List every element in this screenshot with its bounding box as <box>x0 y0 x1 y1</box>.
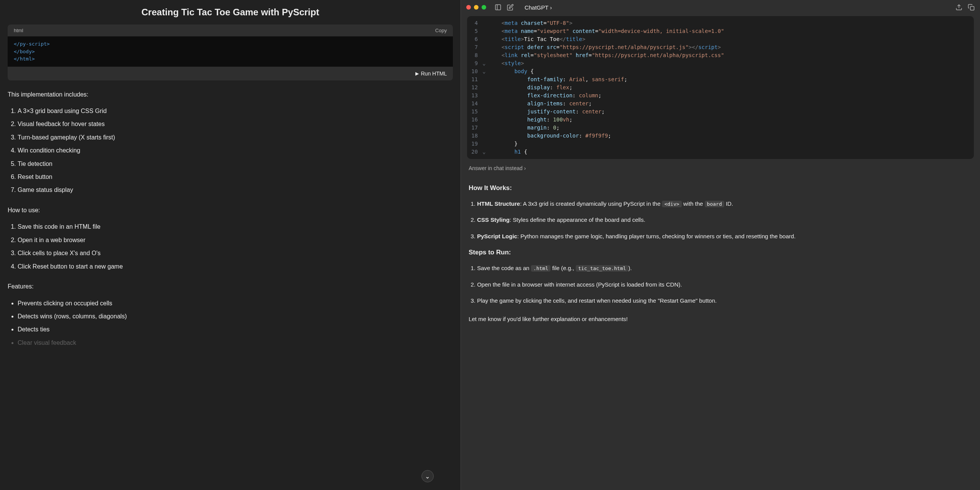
code-lang-label: html <box>14 28 23 33</box>
close-window-button[interactable] <box>466 5 471 10</box>
code-content[interactable]: <title>Tic Tac Toe</title> <box>488 35 974 43</box>
code-block-container: html Copy </py-script> </body> </html> ▶… <box>8 25 453 80</box>
editor-line[interactable]: 15 justify-content: center; <box>467 108 974 116</box>
list-item: Click Reset button to start a new game <box>18 261 453 272</box>
page-title: Creating Tic Tac Toe Game with PyScript <box>8 0 453 25</box>
how-it-works-heading: How It Works: <box>469 183 972 194</box>
editor-line[interactable]: 13 flex-direction: column; <box>467 92 974 100</box>
list-item: Turn-based gameplay (X starts first) <box>18 132 453 143</box>
line-number: 20 <box>467 148 482 156</box>
list-item: CSS Styling: Styles define the appearanc… <box>477 215 972 226</box>
chevron-down-icon: ⌄ <box>425 473 430 480</box>
editor-line[interactable]: 19 } <box>467 140 974 148</box>
fold-icon <box>482 92 488 100</box>
explanation-content: How It Works: HTML Structure: A 3x3 grid… <box>461 174 980 490</box>
copy-button[interactable]: Copy <box>435 28 447 33</box>
fold-icon <box>482 43 488 51</box>
fold-icon <box>482 100 488 108</box>
code-content[interactable]: h1 { <box>488 148 974 156</box>
code-content[interactable]: <link rel="stylesheet" href="https://pys… <box>488 51 974 59</box>
fold-icon <box>482 140 488 148</box>
maximize-window-button[interactable] <box>482 5 486 10</box>
run-label: Run HTML <box>421 70 447 77</box>
list-item: Game status display <box>18 184 453 196</box>
list-item: Win condition checking <box>18 145 453 156</box>
editor-line[interactable]: 11 font-family: Arial, sans-serif; <box>467 75 974 84</box>
steps-list: Save the code as an .html file (e.g., ti… <box>477 263 972 306</box>
line-number: 12 <box>467 84 482 92</box>
svg-rect-3 <box>970 7 974 10</box>
code-content[interactable]: <meta name="viewport" content="width=dev… <box>488 27 974 35</box>
editor-line[interactable]: 8 <link rel="stylesheet" href="https://p… <box>467 51 974 59</box>
editor-line[interactable]: 5 <meta name="viewport" content="width=d… <box>467 27 974 35</box>
implementation-list: A 3×3 grid board using CSS Grid Visual f… <box>18 105 453 196</box>
upload-icon[interactable] <box>956 4 962 11</box>
list-item: Detects wins (rows, columns, diagonals) <box>18 311 453 322</box>
run-html-button[interactable]: ▶ Run HTML <box>8 67 453 80</box>
code-content[interactable]: <style> <box>488 59 974 67</box>
answer-in-chat-link[interactable]: Answer in chat instead › <box>461 163 980 174</box>
line-number: 17 <box>467 124 482 132</box>
line-number: 9 <box>467 59 482 67</box>
code-content[interactable]: body { <box>488 67 974 75</box>
scroll-down-button[interactable]: ⌄ <box>421 470 434 482</box>
list-item: Detects ties <box>18 324 453 335</box>
inline-code: .html <box>531 265 550 272</box>
steps-to-run-heading: Steps to Run: <box>469 247 972 258</box>
code-content[interactable]: <meta charset="UTF-8"> <box>488 19 974 27</box>
fold-icon[interactable]: ⌄ <box>482 59 488 67</box>
line-number: 14 <box>467 100 482 108</box>
window-titlebar: ChatGPT › <box>461 0 980 15</box>
editor-line[interactable]: 10⌄ body { <box>467 67 974 75</box>
features-list: Prevents clicking on occupied cells Dete… <box>18 298 453 349</box>
code-content[interactable]: <script defer src="https://pyscript.net/… <box>488 43 974 51</box>
edit-icon[interactable] <box>507 4 514 11</box>
editor-line[interactable]: 20⌄ h1 { <box>467 148 974 156</box>
fold-icon <box>482 27 488 35</box>
editor-line[interactable]: 4 <meta charset="UTF-8"> <box>467 19 974 27</box>
list-item: PyScript Logic: Python manages the game … <box>477 231 972 242</box>
chevron-right-icon: › <box>524 165 526 171</box>
editor-line[interactable]: 16 height: 100vh; <box>467 116 974 124</box>
sidebar-toggle-icon[interactable] <box>495 4 501 11</box>
code-content[interactable]: display: flex; <box>488 84 974 92</box>
line-number: 11 <box>467 75 482 84</box>
list-item: Visual feedback for hover states <box>18 118 453 130</box>
line-number: 18 <box>467 132 482 140</box>
code-content[interactable]: margin: 0; <box>488 124 974 132</box>
intro-text: This implementation includes: <box>8 90 453 100</box>
fold-icon[interactable]: ⌄ <box>482 148 488 156</box>
code-header: html Copy <box>8 25 453 36</box>
code-content[interactable]: height: 100vh; <box>488 116 974 124</box>
code-content[interactable]: flex-direction: column; <box>488 92 974 100</box>
list-item: Prevents clicking on occupied cells <box>18 298 453 309</box>
fold-icon <box>482 124 488 132</box>
list-item: Reset button <box>18 171 453 183</box>
code-content[interactable]: align-items: center; <box>488 100 974 108</box>
fold-icon <box>482 132 488 140</box>
code-content[interactable]: font-family: Arial, sans-serif; <box>488 75 974 84</box>
editor-line[interactable]: 7 <script defer src="https://pyscript.ne… <box>467 43 974 51</box>
line-number: 13 <box>467 92 482 100</box>
editor-line[interactable]: 12 display: flex; <box>467 84 974 92</box>
how-to-use-heading: How to use: <box>8 205 453 215</box>
window-title[interactable]: ChatGPT › <box>524 4 952 11</box>
editor-line[interactable]: 6 <title>Tic Tac Toe</title> <box>467 35 974 43</box>
usage-steps-list: Save this code in an HTML file Open it i… <box>18 221 453 272</box>
code-content[interactable]: justify-content: center; <box>488 108 974 116</box>
editor-line[interactable]: 18 background-color: #f9f9f9; <box>467 132 974 140</box>
copy-icon[interactable] <box>968 4 975 11</box>
code-line: </html> <box>14 55 447 63</box>
code-editor[interactable]: 4 <meta charset="UTF-8">5 <meta name="vi… <box>467 16 974 159</box>
code-content[interactable]: background-color: #f9f9f9; <box>488 132 974 140</box>
fold-icon <box>482 108 488 116</box>
code-content[interactable]: } <box>488 140 974 148</box>
editor-line[interactable]: 9⌄ <style> <box>467 59 974 67</box>
editor-line[interactable]: 17 margin: 0; <box>467 124 974 132</box>
line-number: 6 <box>467 35 482 43</box>
traffic-lights <box>466 5 486 10</box>
minimize-window-button[interactable] <box>474 5 479 10</box>
line-number: 19 <box>467 140 482 148</box>
editor-line[interactable]: 14 align-items: center; <box>467 100 974 108</box>
fold-icon[interactable]: ⌄ <box>482 67 488 75</box>
